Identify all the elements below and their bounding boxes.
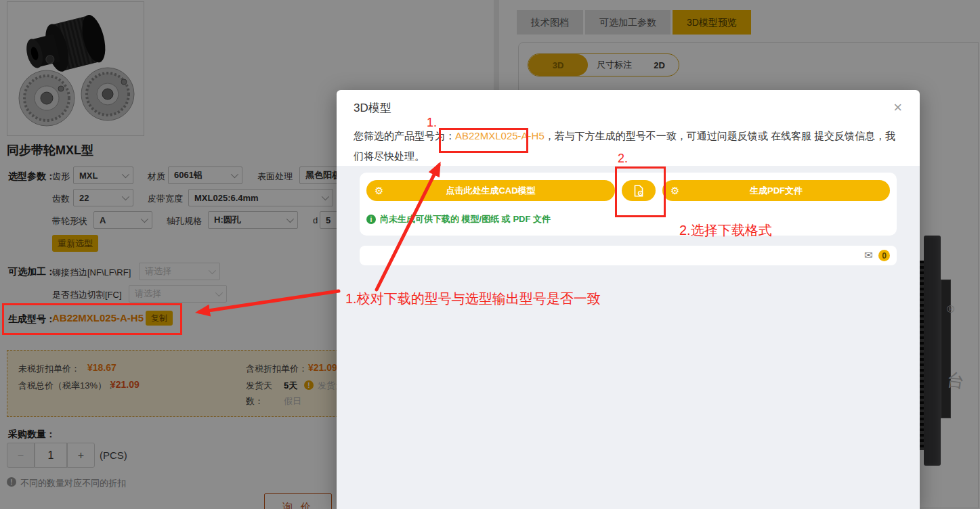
- annotation-step1-marker: 1.: [427, 116, 437, 130]
- annotation-box-format-button: [615, 167, 666, 217]
- annotation-box-generated-model: [2, 303, 182, 335]
- annotation-arrows: [0, 0, 980, 509]
- annotation-box-model-number: [439, 128, 528, 153]
- annotation-step1-note: 1.校对下载的型号与选型输出型号是否一致: [345, 290, 601, 308]
- annotation-arrow-to-generated-model: [199, 291, 339, 312]
- annotation-step2-marker: 2.: [618, 152, 628, 166]
- annotation-step2-note: 2.选择下载格式: [679, 221, 772, 240]
- annotation-arrow-to-model-number: [377, 165, 439, 290]
